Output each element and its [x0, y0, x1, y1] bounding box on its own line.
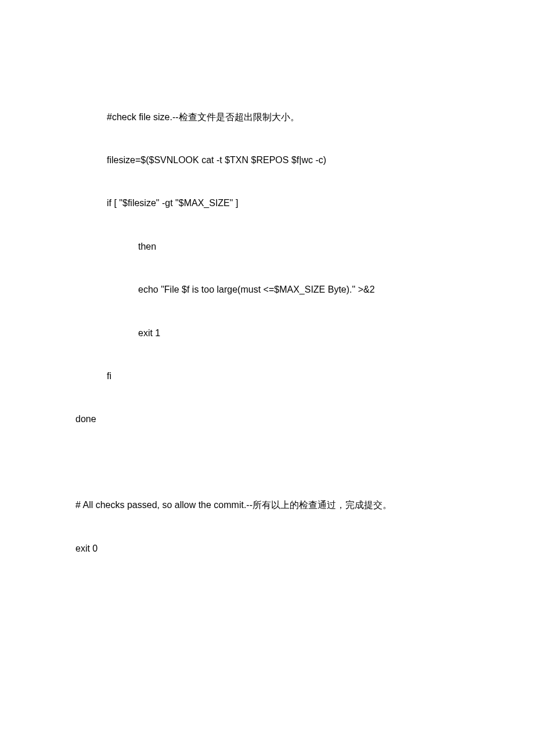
code-line: exit 1: [75, 326, 459, 341]
code-line: exit 0: [75, 542, 459, 556]
code-line: done: [75, 412, 459, 427]
code-line: fi: [75, 369, 459, 384]
code-line: if [ "$filesize" -gt "$MAX_SIZE" ]: [75, 196, 459, 211]
blank-line: [75, 456, 459, 470]
code-line: filesize=$($SVNLOOK cat -t $TXN $REPOS $…: [75, 153, 459, 168]
code-line: then: [75, 240, 459, 254]
code-line: echo "File $f is too large(must <=$MAX_S…: [75, 283, 459, 297]
document-page: #check file size.--检查文件是否超出限制大小。 filesiz…: [0, 0, 534, 570]
code-line: #check file size.--检查文件是否超出限制大小。: [75, 110, 459, 125]
code-line: # All checks passed, so allow the commit…: [75, 498, 459, 513]
